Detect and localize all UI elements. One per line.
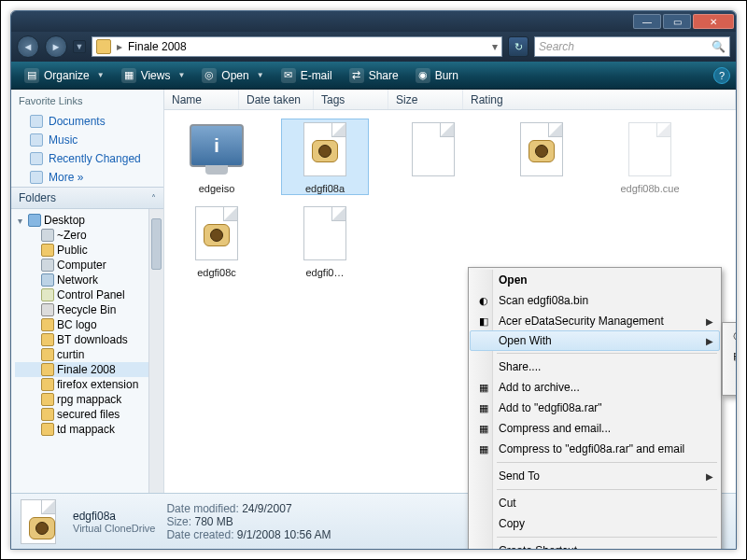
- tree-node[interactable]: firefox extension: [15, 377, 163, 392]
- file-item[interactable]: edgfi08a: [282, 119, 368, 194]
- favorite-link[interactable]: Recently Changed: [11, 149, 163, 168]
- tree-icon: [41, 393, 54, 406]
- refresh-button[interactable]: ↻: [508, 36, 529, 57]
- column-headers[interactable]: Name Date taken Tags Size Rating: [164, 90, 736, 110]
- search-input[interactable]: Search 🔍: [534, 36, 730, 57]
- file-label: edgfi08b.cue: [621, 183, 680, 194]
- context-menu[interactable]: Open◐Scan edgfi08a.bin◧Acer eDataSecurit…: [468, 267, 722, 550]
- menu-item[interactable]: Cut: [471, 493, 719, 513]
- forward-button[interactable]: ►: [45, 35, 67, 58]
- tree-node[interactable]: Public: [15, 243, 163, 258]
- menu-item[interactable]: ◧Acer eDataSecurity Management▶: [471, 311, 719, 331]
- menu-item-icon: ◎: [730, 328, 737, 343]
- favorite-icon: [30, 115, 43, 128]
- breadcrumb[interactable]: ▸ Finale 2008 ▾: [92, 36, 502, 57]
- scrollbar-thumb[interactable]: [151, 218, 162, 270]
- tree-node[interactable]: Computer: [15, 258, 163, 273]
- tree-node[interactable]: rpg mappack: [15, 392, 163, 407]
- menu-item[interactable]: ◎Mount Files with Virtual Clone: [725, 325, 737, 345]
- email-icon: ✉: [281, 68, 296, 83]
- tree-node[interactable]: Finale 2008: [15, 362, 163, 377]
- folder-tree[interactable]: ▾Desktop~ZeroPublicComputerNetworkContro…: [11, 209, 163, 493]
- tree-node[interactable]: curtin: [15, 347, 163, 362]
- organize-button[interactable]: ▤Organize▼: [17, 65, 112, 86]
- file-list[interactable]: iedgeisoedgfi08aedgfi08b.cueedgfi08cedgf…: [164, 110, 736, 493]
- open-button[interactable]: ◎Open▼: [194, 65, 271, 86]
- tree-node[interactable]: ▾Desktop: [15, 213, 163, 228]
- back-button[interactable]: ◄: [17, 35, 39, 58]
- menu-item[interactable]: ▦Compress and email...: [471, 418, 719, 439]
- views-icon: ▦: [121, 68, 136, 83]
- col-tags[interactable]: Tags: [314, 90, 388, 109]
- favorite-link[interactable]: Music: [11, 131, 163, 149]
- tree-icon: [41, 378, 54, 391]
- help-button[interactable]: ?: [713, 67, 730, 84]
- tree-node[interactable]: Control Panel: [15, 287, 163, 302]
- menu-item[interactable]: Share....: [471, 357, 719, 377]
- maximize-button[interactable]: ▭: [663, 14, 691, 29]
- menu-item[interactable]: Send To▶: [471, 466, 719, 486]
- col-date[interactable]: Date taken: [239, 90, 314, 109]
- menu-item-icon: ◧: [476, 314, 491, 329]
- file-item[interactable]: [390, 119, 476, 194]
- file-item[interactable]: edgfi08b.cue: [607, 119, 693, 194]
- tree-node[interactable]: Recycle Bin: [15, 302, 163, 317]
- menu-item[interactable]: Open: [471, 270, 719, 290]
- favorite-link[interactable]: More »: [11, 168, 163, 187]
- menu-item[interactable]: Open With▶: [470, 330, 720, 351]
- submenu-arrow-icon: ▶: [706, 471, 713, 482]
- chevron-up-icon: ˄: [151, 193, 156, 203]
- tree-node[interactable]: td mappack: [15, 422, 163, 437]
- breadcrumb-dropdown-icon[interactable]: ▾: [492, 40, 498, 53]
- tree-node[interactable]: BT downloads: [15, 332, 163, 347]
- organize-icon: ▤: [24, 68, 39, 83]
- history-dropdown[interactable]: ▼: [73, 40, 86, 53]
- title-bar: — ▭ ✕: [11, 11, 736, 32]
- favorite-icon: [30, 133, 43, 147]
- search-placeholder: Search: [539, 40, 574, 53]
- menu-item-icon: ▦: [476, 441, 491, 456]
- minimize-button[interactable]: —: [633, 14, 661, 29]
- menu-item[interactable]: ◐Scan edgfi08a.bin: [471, 290, 719, 311]
- col-rating[interactable]: Rating: [463, 90, 736, 109]
- navigation-pane: Favorite Links DocumentsMusicRecently Ch…: [11, 90, 164, 493]
- tree-icon: [41, 423, 54, 436]
- favorite-link[interactable]: Documents: [11, 112, 163, 131]
- menu-item-icon: ▦: [476, 421, 491, 436]
- file-item[interactable]: [499, 119, 585, 194]
- views-button[interactable]: ▦Views▼: [114, 65, 193, 86]
- menu-item[interactable]: Choose Default Program...: [725, 372, 737, 393]
- tree-node[interactable]: secured files: [15, 407, 163, 422]
- menu-item[interactable]: ▤WordPad: [725, 345, 737, 366]
- file-item[interactable]: iedgeiso: [174, 119, 260, 194]
- menu-item[interactable]: ▦Add to "edgfi08a.rar": [471, 398, 719, 418]
- email-button[interactable]: ✉E-mail: [274, 65, 340, 86]
- file-item[interactable]: edgfi0…: [282, 203, 368, 278]
- command-bar: ▤Organize▼ ▦Views▼ ◎Open▼ ✉E-mail ⇄Share…: [11, 62, 736, 90]
- col-name[interactable]: Name: [164, 90, 239, 109]
- favorite-icon: [30, 171, 43, 184]
- folders-header[interactable]: Folders˄: [11, 187, 163, 209]
- tree-icon: [41, 288, 54, 301]
- tree-scrollbar[interactable]: [148, 209, 163, 493]
- menu-item[interactable]: ▦Add to archive...: [471, 377, 719, 398]
- menu-item[interactable]: Create Shortcut: [471, 540, 719, 550]
- openwith-submenu[interactable]: ◎Mount Files with Virtual Clone▤WordPadC…: [722, 322, 737, 396]
- tree-node[interactable]: BC logo: [15, 317, 163, 332]
- tree-icon: [41, 244, 54, 257]
- close-button[interactable]: ✕: [693, 14, 734, 29]
- tree-icon: [28, 214, 41, 227]
- share-button[interactable]: ⇄Share: [342, 65, 406, 86]
- breadcrumb-current[interactable]: Finale 2008: [128, 40, 187, 53]
- file-item[interactable]: edgfi08c: [174, 203, 260, 278]
- favorite-icon: [30, 152, 43, 165]
- explorer-window: — ▭ ✕ ◄ ► ▼ ▸ Finale 2008 ▾ ↻ Search 🔍 ▤…: [10, 10, 737, 550]
- tree-node[interactable]: Network: [15, 273, 163, 287]
- tree-node[interactable]: ~Zero: [15, 228, 163, 243]
- menu-item[interactable]: ▦Compress to "edgfi08a.rar" and email: [471, 439, 719, 459]
- menu-item[interactable]: Copy: [471, 513, 719, 534]
- burn-button[interactable]: ◉Burn: [408, 65, 466, 86]
- col-size[interactable]: Size: [388, 90, 463, 109]
- details-thumbnail: [21, 499, 62, 544]
- favorites-header: Favorite Links: [11, 90, 163, 112]
